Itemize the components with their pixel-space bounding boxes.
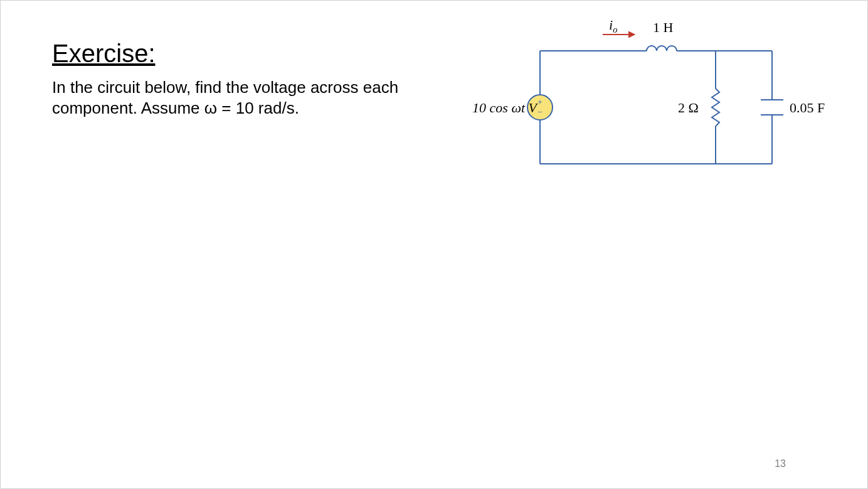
exercise-text: In the circuit below, find the voltage a…: [52, 77, 403, 118]
svg-marker-6: [629, 32, 634, 37]
source-label: 10 cos ωt V: [443, 100, 537, 116]
inductor-label: 1 H: [653, 19, 673, 36]
svg-text:−: −: [537, 107, 542, 117]
current-label: io: [609, 17, 617, 35]
exercise-heading: Exercise:: [52, 40, 156, 68]
capacitor-label: 0.05 F: [790, 100, 825, 116]
resistor-label: 2 Ω: [678, 100, 699, 116]
exercise-line-2: component. Assume ω = 10 rad/s.: [52, 99, 299, 117]
exercise-line-1: In the circuit below, find the voltage a…: [52, 78, 398, 97]
circuit-diagram: + − 10 cos ωt V io 1 H 2 Ω 0.05 F: [477, 19, 828, 183]
slide: Exercise: In the circuit below, find the…: [0, 0, 868, 489]
svg-text:+: +: [537, 97, 542, 107]
page-number: 13: [775, 458, 786, 470]
